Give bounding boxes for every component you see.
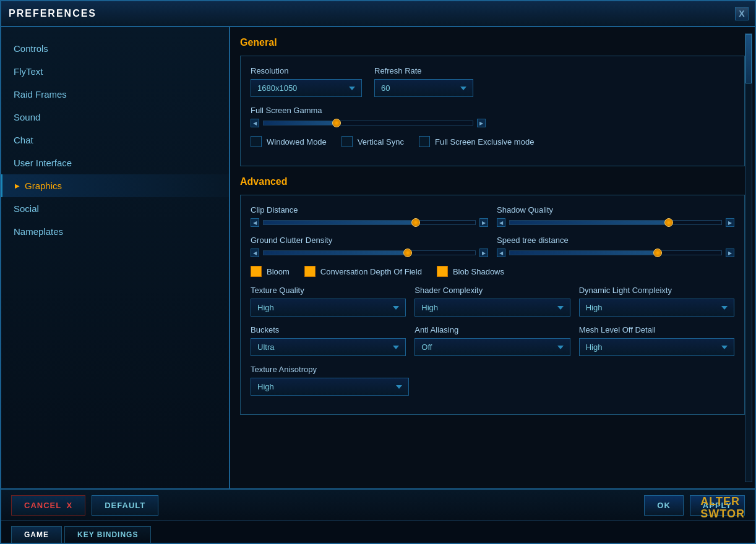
buckets-group: Buckets Ultra bbox=[251, 325, 406, 356]
dynamic-light-group: Dynamic Light Compleixty High bbox=[579, 286, 734, 317]
dynamic-light-select[interactable]: High bbox=[579, 299, 734, 317]
sidebar-item-graphics[interactable]: ▶ Graphics bbox=[1, 174, 229, 197]
scrollbar-thumb[interactable] bbox=[745, 34, 752, 83]
ground-clutter-slider-container: ◀ ▶ bbox=[251, 249, 488, 257]
shadow-quality-thumb[interactable] bbox=[664, 218, 673, 227]
speed-tree-track[interactable] bbox=[509, 250, 722, 255]
fullscreen-exclusive-label: Full Screen Exclusive mode bbox=[435, 137, 534, 147]
resolution-select[interactable]: 1680x1050 bbox=[251, 79, 362, 97]
tab-keybindings[interactable]: KEY BINDINGS bbox=[64, 526, 151, 543]
shader-complexity-select[interactable]: High bbox=[415, 299, 570, 317]
conv-depth-checkbox[interactable] bbox=[304, 266, 316, 277]
ok-button[interactable]: OK bbox=[644, 495, 684, 516]
speed-tree-right-arrow[interactable]: ▶ bbox=[726, 249, 734, 257]
tab-game[interactable]: GAME bbox=[11, 526, 62, 543]
blob-shadows-checkbox-item[interactable]: Blob Shadows bbox=[437, 266, 504, 277]
blob-shadows-label: Blob Shadows bbox=[453, 267, 504, 276]
clip-distance-slider-row: Clip Distance ◀ ▶ bbox=[251, 205, 488, 227]
speed-tree-left-arrow[interactable]: ◀ bbox=[497, 249, 505, 257]
shadow-quality-slider-row: Shadow Quality ◀ ▶ bbox=[497, 205, 734, 227]
shadow-quality-left-arrow[interactable]: ◀ bbox=[497, 218, 505, 227]
ground-clutter-thumb[interactable] bbox=[403, 249, 412, 257]
tab-keybindings-label: KEY BINDINGS bbox=[77, 530, 138, 539]
refresh-rate-select[interactable]: 60 bbox=[374, 79, 473, 97]
sidebar-item-ui[interactable]: User Interface bbox=[1, 151, 229, 174]
scrollbar-track[interactable] bbox=[745, 33, 752, 482]
sidebar-item-flytext[interactable]: FlyText bbox=[1, 60, 229, 83]
anti-aliasing-group: Anti Aliasing Off bbox=[415, 325, 570, 356]
clip-distance-thumb[interactable] bbox=[411, 218, 420, 227]
texture-anisotropy-arrow-icon bbox=[396, 385, 402, 389]
clip-distance-track[interactable] bbox=[263, 220, 476, 225]
speed-tree-fill bbox=[510, 251, 658, 255]
refresh-dropdown-arrow-icon bbox=[460, 87, 466, 90]
ground-clutter-label: Ground Clutter Density bbox=[251, 236, 488, 245]
gamma-slider-right-arrow[interactable]: ▶ bbox=[477, 119, 486, 127]
gamma-slider-container: ◀ ▶ bbox=[251, 119, 734, 127]
gamma-row: Full Screen Gamma ◀ ▶ bbox=[251, 106, 734, 127]
sliders-row-1: Clip Distance ◀ ▶ Shadow Quality bbox=[251, 205, 734, 236]
sidebar-label-raidframes: Raid Frames bbox=[14, 89, 67, 100]
watermark-swtor: SWTOR bbox=[700, 508, 745, 521]
anti-aliasing-label: Anti Aliasing bbox=[415, 325, 570, 334]
resolution-row: Resolution 1680x1050 Refresh Rate 60 bbox=[251, 66, 734, 97]
dropdowns-row-2: Buckets Ultra Anti Aliasing Off bbox=[251, 325, 734, 356]
bloom-checkbox[interactable] bbox=[251, 266, 262, 277]
ground-clutter-right-arrow[interactable]: ▶ bbox=[479, 249, 488, 257]
ground-clutter-slider-row: Ground Clutter Density ◀ ▶ bbox=[251, 236, 488, 257]
mesh-level-value: High bbox=[586, 342, 603, 352]
close-button[interactable]: X bbox=[735, 7, 749, 20]
sidebar-label-ui: User Interface bbox=[14, 158, 72, 168]
fullscreen-exclusive-checkbox-item[interactable]: Full Screen Exclusive mode bbox=[419, 136, 534, 147]
sidebar-item-raidframes[interactable]: Raid Frames bbox=[1, 83, 229, 106]
main-content: Controls FlyText Raid Frames Sound Chat … bbox=[1, 27, 755, 488]
watermark-alter: ALTER bbox=[700, 496, 745, 508]
texture-quality-select[interactable]: High bbox=[251, 299, 406, 317]
default-button[interactable]: DEFAULT bbox=[92, 495, 158, 516]
cancel-button[interactable]: CANCEL X bbox=[11, 495, 85, 516]
sidebar-label-social: Social bbox=[14, 203, 39, 214]
general-checkboxes: Windowed Mode Vertical Sync Full Screen … bbox=[251, 136, 734, 147]
texture-anisotropy-select[interactable]: High bbox=[251, 378, 409, 396]
texture-quality-label: Texture Quality bbox=[251, 286, 406, 295]
anti-aliasing-select[interactable]: Off bbox=[415, 338, 570, 356]
advanced-checkboxes: Bloom Conversation Depth Of Field Blob S… bbox=[251, 266, 734, 277]
bloom-checkbox-item[interactable]: Bloom bbox=[251, 266, 290, 277]
buckets-label: Buckets bbox=[251, 325, 406, 334]
cancel-x-icon: X bbox=[67, 501, 73, 510]
general-section: Resolution 1680x1050 Refresh Rate 60 bbox=[240, 56, 745, 166]
sidebar-item-nameplates[interactable]: Nameplates bbox=[1, 220, 229, 243]
shadow-quality-right-arrow[interactable]: ▶ bbox=[726, 218, 734, 227]
vertical-sync-label: Vertical Sync bbox=[358, 137, 404, 147]
buckets-select[interactable]: Ultra bbox=[251, 338, 406, 356]
conv-depth-checkbox-item[interactable]: Conversation Depth Of Field bbox=[304, 266, 422, 277]
sidebar-item-sound[interactable]: Sound bbox=[1, 106, 229, 129]
clip-distance-fill bbox=[264, 221, 416, 224]
sidebar-label-nameplates: Nameplates bbox=[14, 226, 63, 237]
ground-clutter-track[interactable] bbox=[263, 250, 476, 255]
vertical-sync-checkbox-item[interactable]: Vertical Sync bbox=[341, 136, 404, 147]
sidebar-item-controls[interactable]: Controls bbox=[1, 37, 229, 60]
gamma-slider-left-arrow[interactable]: ◀ bbox=[251, 119, 259, 127]
ground-clutter-left-arrow[interactable]: ◀ bbox=[251, 249, 259, 257]
windowed-mode-checkbox-item[interactable]: Windowed Mode bbox=[251, 136, 327, 147]
mesh-level-arrow-icon bbox=[721, 346, 728, 349]
gamma-slider-thumb[interactable] bbox=[332, 119, 341, 127]
gamma-slider-track[interactable] bbox=[263, 121, 473, 125]
fullscreen-exclusive-checkbox[interactable] bbox=[419, 136, 430, 147]
windowed-mode-checkbox[interactable] bbox=[251, 136, 262, 147]
mesh-level-select[interactable]: High bbox=[579, 338, 734, 356]
gamma-label: Full Screen Gamma bbox=[251, 106, 734, 115]
clip-distance-left-arrow[interactable]: ◀ bbox=[251, 218, 259, 227]
sidebar-item-chat[interactable]: Chat bbox=[1, 129, 229, 151]
footer-tabs: GAME KEY BINDINGS bbox=[1, 521, 755, 543]
dynamic-light-value: High bbox=[586, 303, 603, 312]
speed-tree-thumb[interactable] bbox=[653, 249, 662, 257]
sidebar-item-social[interactable]: Social bbox=[1, 197, 229, 220]
clip-distance-right-arrow[interactable]: ▶ bbox=[479, 218, 488, 227]
vertical-sync-checkbox[interactable] bbox=[341, 136, 353, 147]
blob-shadows-checkbox[interactable] bbox=[437, 266, 448, 277]
ok-label: OK bbox=[657, 501, 671, 510]
dynamic-light-arrow-icon bbox=[721, 306, 728, 310]
shadow-quality-track[interactable] bbox=[509, 220, 722, 225]
